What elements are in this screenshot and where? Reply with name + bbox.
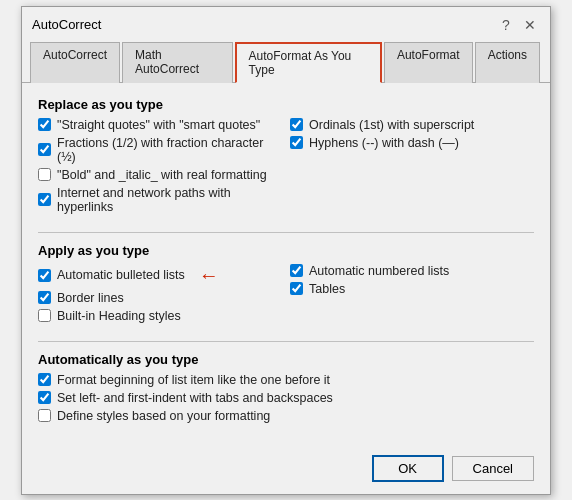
auto-bulleted-checkbox[interactable] [38,269,51,282]
divider-1 [38,232,534,233]
tabs-row: AutoCorrect Math AutoCorrect AutoFormat … [22,37,550,83]
tab-autoformat-as-you-type[interactable]: AutoFormat As You Type [235,42,382,83]
tab-math-autocorrect[interactable]: Math AutoCorrect [122,42,233,83]
list-item: Ordinals (1st) with superscript [290,118,534,132]
bold-italic-label: "Bold" and _italic_ with real formatting [57,168,267,182]
apply-columns: Automatic bulleted lists ← Border lines … [38,264,534,327]
dialog-body: Replace as you type "Straight quotes" wi… [22,83,550,447]
fractions-label: Fractions (1/2) with fraction character … [57,136,282,164]
auto-section-title: Automatically as you type [38,352,534,367]
autocorrect-dialog: AutoCorrect ? ✕ AutoCorrect Math AutoCor… [21,6,551,495]
heading-styles-checkbox[interactable] [38,309,51,322]
list-item: Fractions (1/2) with fraction character … [38,136,282,164]
fractions-checkbox[interactable] [38,143,51,156]
apply-right-col: Automatic numbered lists Tables [290,264,534,327]
straight-quotes-checkbox[interactable] [38,118,51,131]
list-item: "Straight quotes" with "smart quotes" [38,118,282,132]
apply-left-col: Automatic bulleted lists ← Border lines … [38,264,282,327]
heading-styles-label: Built-in Heading styles [57,309,181,323]
internet-paths-label: Internet and network paths with hyperlin… [57,186,282,214]
title-bar-controls: ? ✕ [496,15,540,35]
format-beginning-label: Format beginning of list item like the o… [57,373,330,387]
auto-section: Automatically as you type Format beginni… [38,352,534,423]
hyphens-label: Hyphens (--) with dash (—) [309,136,459,150]
list-item: Format beginning of list item like the o… [38,373,534,387]
replace-section: Replace as you type "Straight quotes" wi… [38,97,534,218]
border-lines-checkbox[interactable] [38,291,51,304]
tables-checkbox[interactable] [290,282,303,295]
define-styles-checkbox[interactable] [38,409,51,422]
bold-italic-checkbox[interactable] [38,168,51,181]
tab-autoformat[interactable]: AutoFormat [384,42,473,83]
set-indent-checkbox[interactable] [38,391,51,404]
ordinals-label: Ordinals (1st) with superscript [309,118,474,132]
list-item: Automatic numbered lists [290,264,534,278]
define-styles-label: Define styles based on your formatting [57,409,270,423]
title-bar: AutoCorrect ? ✕ [22,7,550,37]
auto-bulleted-label: Automatic bulleted lists [57,268,185,282]
replace-left-col: "Straight quotes" with "smart quotes" Fr… [38,118,282,218]
internet-paths-checkbox[interactable] [38,193,51,206]
list-item: Automatic bulleted lists ← [38,264,282,287]
close-button[interactable]: ✕ [520,15,540,35]
list-item: Internet and network paths with hyperlin… [38,186,282,214]
list-item: Built-in Heading styles [38,309,282,323]
border-lines-label: Border lines [57,291,124,305]
replace-section-title: Replace as you type [38,97,534,112]
tables-label: Tables [309,282,345,296]
list-item: Set left- and first-indent with tabs and… [38,391,534,405]
tab-autocorrect[interactable]: AutoCorrect [30,42,120,83]
red-arrow-icon: ← [199,264,219,287]
set-indent-label: Set left- and first-indent with tabs and… [57,391,333,405]
list-item: Hyphens (--) with dash (—) [290,136,534,150]
help-button[interactable]: ? [496,15,516,35]
ok-button[interactable]: OK [372,455,444,482]
dialog-title: AutoCorrect [32,17,101,32]
list-item: Define styles based on your formatting [38,409,534,423]
auto-numbered-checkbox[interactable] [290,264,303,277]
format-beginning-checkbox[interactable] [38,373,51,386]
straight-quotes-label: "Straight quotes" with "smart quotes" [57,118,260,132]
auto-numbered-label: Automatic numbered lists [309,264,449,278]
divider-2 [38,341,534,342]
hyphens-checkbox[interactable] [290,136,303,149]
replace-right-col: Ordinals (1st) with superscript Hyphens … [290,118,534,218]
apply-section-title: Apply as you type [38,243,534,258]
tab-actions[interactable]: Actions [475,42,540,83]
list-item: Tables [290,282,534,296]
replace-columns: "Straight quotes" with "smart quotes" Fr… [38,118,534,218]
apply-section: Apply as you type Automatic bulleted lis… [38,243,534,327]
ordinals-checkbox[interactable] [290,118,303,131]
list-item: "Bold" and _italic_ with real formatting [38,168,282,182]
cancel-button[interactable]: Cancel [452,456,534,481]
dialog-footer: OK Cancel [22,447,550,494]
list-item: Border lines [38,291,282,305]
